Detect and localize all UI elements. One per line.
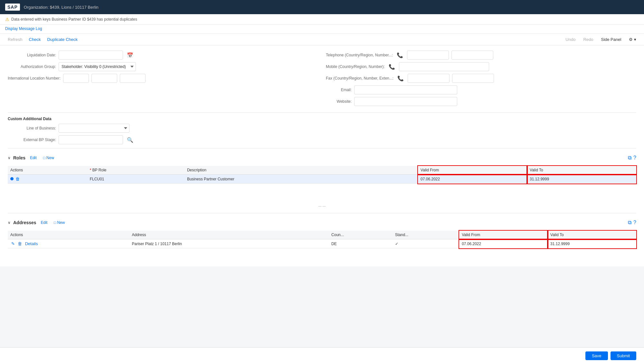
addresses-copy-icon[interactable]: ⧉: [628, 220, 631, 225]
intl-location-group: International Location Number:: [8, 74, 318, 83]
roles-required-marker: *: [90, 168, 92, 172]
table-row: 🗑 FLCU01 Business Partner Customer 07.06…: [8, 175, 636, 184]
roles-col-actions: Actions: [8, 166, 87, 175]
external-bp-stage-input[interactable]: [59, 135, 123, 144]
roles-col-valid-to: Valid To: [527, 166, 636, 175]
mobile-label: Mobile (Country/Region, Number):: [326, 64, 385, 69]
roles-col-bp-role: * BP Role: [87, 166, 185, 175]
telephone-label: Telephone (Country/Region, Number...:: [326, 53, 393, 57]
addresses-row-country: DE: [329, 239, 393, 248]
addresses-row-actions: ✎ 🗑 Details: [8, 239, 129, 248]
duplicate-check-button[interactable]: Duplicate Check: [44, 36, 80, 43]
refresh-button[interactable]: Refresh: [5, 36, 25, 43]
roles-edit-button[interactable]: Edit: [28, 155, 39, 161]
addresses-row-details-button[interactable]: Details: [24, 241, 39, 246]
mobile-input[interactable]: [399, 62, 489, 71]
external-bp-stage-search-icon[interactable]: 🔍: [126, 136, 135, 144]
email-group: Email:: [326, 85, 636, 94]
form-top: Liquidation Date: 📅 Authorization Group:…: [8, 51, 636, 109]
email-input[interactable]: [354, 85, 457, 94]
fax-input1[interactable]: [408, 74, 450, 83]
submit-button[interactable]: Submit: [611, 351, 636, 360]
toolbar: Refresh Check Duplicate Check Undo Redo …: [0, 34, 644, 45]
fax-input2[interactable]: [452, 74, 494, 83]
telephone-phone-icon[interactable]: 📞: [395, 52, 404, 59]
roles-copy-icon[interactable]: ⧉: [628, 155, 631, 161]
roles-section: ∨ Roles Edit □ New ⧉ ? Actions * B: [8, 152, 636, 209]
telephone-group: Telephone (Country/Region, Number...: 📞: [326, 51, 636, 60]
intl-location-input2[interactable]: [91, 74, 117, 83]
bottom-bar: Save Submit: [0, 347, 644, 364]
line-of-business-label: Line of Business:: [8, 126, 56, 130]
save-button[interactable]: Save: [585, 351, 608, 360]
app-header: SAP Organization: $439, Lions / 10117 Be…: [0, 0, 644, 14]
custom-additional-data-section: Custom Additional Data Line of Business:…: [8, 117, 636, 144]
telephone-input2[interactable]: [451, 51, 493, 60]
website-input[interactable]: [354, 97, 457, 106]
external-bp-stage-label: External BP Stage:: [8, 138, 56, 142]
addresses-row-edit-button[interactable]: ✎: [10, 241, 16, 246]
addresses-table: Actions Address Coun... Stand... Valid F…: [8, 231, 636, 248]
org-label: Organization: $439, Lions / 10117 Berlin: [24, 5, 99, 10]
fax-label: Fax (Country/Region, Number, Exten...:: [326, 76, 393, 81]
addresses-row-delete-button[interactable]: 🗑: [17, 241, 23, 246]
side-panel-button[interactable]: Side Panel: [598, 36, 624, 43]
addresses-edit-button[interactable]: Edit: [39, 220, 50, 225]
authorization-group-label: Authorization Group:: [8, 64, 56, 69]
addresses-col-standard: Stand...: [393, 231, 459, 239]
roles-toolbar-right: ⧉ ?: [628, 155, 636, 161]
intl-location-input3[interactable]: [120, 74, 146, 83]
roles-col-valid-from: Valid From: [418, 166, 527, 175]
addresses-toolbar-right: ⧉ ?: [628, 220, 636, 225]
addresses-collapse-button[interactable]: ∨: [8, 220, 11, 225]
addresses-col-valid-to: Valid To: [548, 231, 636, 239]
addresses-row-address: Pariser Platz 1 / 10117 Berlin: [129, 239, 329, 248]
warning-bar: ⚠ Data entered with keys Business Partne…: [0, 14, 644, 25]
addresses-row-valid-from: 07.06.2022: [459, 239, 548, 248]
telephone-input1[interactable]: [407, 51, 449, 60]
roles-col-description: Description: [185, 166, 418, 175]
addresses-section-title: Addresses: [13, 220, 36, 225]
authorization-group-group: Authorization Group: Stakeholder: Visibi…: [8, 62, 318, 71]
authorization-group-select[interactable]: Stakeholder: Visibility 0 (Unrestricted): [59, 62, 136, 71]
addresses-section: ∨ Addresses Edit □ New ⧉ ? Actions Addre…: [8, 217, 636, 261]
addresses-col-country: Coun...: [329, 231, 393, 239]
roles-section-header: ∨ Roles Edit □ New ⧉ ?: [8, 152, 636, 163]
liquidation-date-group: Liquidation Date: 📅: [8, 51, 318, 60]
liquidation-date-label: Liquidation Date:: [8, 53, 56, 57]
addresses-help-icon[interactable]: ?: [633, 220, 636, 225]
website-group: Website:: [326, 97, 636, 106]
check-button[interactable]: Check: [26, 36, 43, 43]
addresses-row-valid-to: 31.12.9999: [548, 239, 636, 248]
message-log-row: Display Message Log: [0, 25, 644, 34]
sap-logo: SAP: [5, 4, 20, 11]
intl-location-input1[interactable]: [63, 74, 89, 83]
scroll-handle[interactable]: — —: [8, 203, 636, 209]
roles-row-description: Business Partner Customer: [185, 175, 418, 184]
fax-phone-icon[interactable]: 📞: [396, 75, 405, 82]
addresses-new-icon: □: [54, 220, 56, 225]
table-row: ✎ 🗑 Details Pariser Platz 1 / 10117 Berl…: [8, 239, 636, 248]
line-of-business-group: Line of Business:: [8, 124, 636, 133]
liquidation-date-input[interactable]: [59, 51, 123, 60]
display-message-log-link[interactable]: Display Message Log: [5, 26, 42, 31]
undo-button[interactable]: Undo: [563, 36, 578, 43]
redo-button[interactable]: Redo: [581, 36, 596, 43]
roles-row-bp-role: FLCU01: [87, 175, 185, 184]
addresses-new-button[interactable]: □ New: [52, 220, 67, 225]
roles-help-icon[interactable]: ?: [633, 155, 636, 161]
mobile-group: Mobile (Country/Region, Number): 📞: [326, 62, 636, 71]
roles-collapse-button[interactable]: ∨: [8, 156, 11, 160]
roles-row-delete-button[interactable]: 🗑: [14, 177, 21, 181]
line-of-business-select[interactable]: [59, 124, 129, 133]
roles-row-valid-from: 07.06.2022: [418, 175, 527, 184]
roles-new-button[interactable]: □ New: [41, 155, 56, 161]
roles-row-radio: [10, 177, 14, 180]
liquidation-date-calendar-icon[interactable]: 📅: [126, 52, 135, 59]
roles-row-actions: 🗑: [8, 175, 87, 184]
addresses-row-standard: ✓: [393, 239, 459, 248]
settings-button[interactable]: ⚙ ▾: [626, 36, 639, 43]
addresses-col-address: Address: [129, 231, 329, 239]
mobile-phone-icon[interactable]: 📞: [387, 63, 396, 71]
external-bp-stage-group: External BP Stage: 🔍: [8, 135, 636, 144]
